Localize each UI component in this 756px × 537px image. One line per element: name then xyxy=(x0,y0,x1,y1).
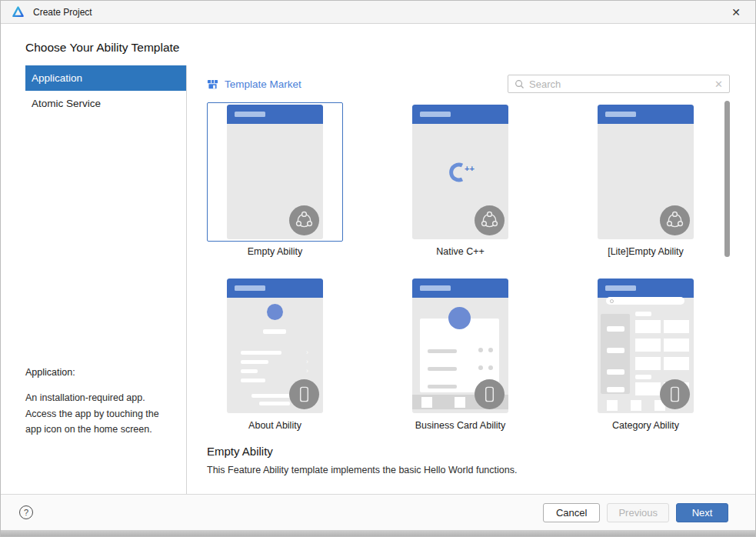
window-bottom-edge xyxy=(1,530,755,536)
info-text: An installation-required app. Access the… xyxy=(25,390,168,438)
card-about-ability[interactable]: › › › › xyxy=(207,276,343,431)
harmony-share-icon xyxy=(475,205,505,235)
cancel-button[interactable]: Cancel xyxy=(543,503,600,522)
template-market-label: Template Market xyxy=(225,78,301,90)
deveco-logo-icon xyxy=(12,5,25,18)
template-description: Empty Ability This Feature Ability templ… xyxy=(187,445,755,475)
title-bar: Create Project ✕ xyxy=(1,1,755,24)
main-topbar: Template Market ✕ xyxy=(207,75,730,93)
footer: ? Cancel Previous Next xyxy=(1,494,755,530)
phone-mockup xyxy=(598,105,694,239)
search-input[interactable] xyxy=(529,78,710,90)
previous-button[interactable]: Previous xyxy=(607,503,669,522)
description-title: Empty Ability xyxy=(207,445,755,458)
phone-mockup xyxy=(227,105,323,239)
scrollbar-thumb[interactable] xyxy=(724,101,730,257)
search-clear-icon[interactable]: ✕ xyxy=(714,79,723,89)
search-box[interactable]: ✕ xyxy=(508,75,730,93)
storefront-icon xyxy=(207,78,218,90)
heading-row: Choose Your Ability Template xyxy=(1,24,755,65)
window-title: Create Project xyxy=(33,7,92,18)
search-icon xyxy=(515,79,525,89)
description-text: This Feature Ability template implements… xyxy=(207,465,755,475)
template-cards: Empty Ability ++ xyxy=(187,102,755,431)
phone-icon xyxy=(289,379,319,409)
sidebar: Application Atomic Service Application: … xyxy=(1,65,187,494)
card-lite-empty-ability[interactable]: [Lite]Empty Ability xyxy=(578,102,714,257)
phone-mockup xyxy=(598,279,694,413)
card-label: [Lite]Empty Ability xyxy=(608,246,684,257)
create-project-dialog: Create Project ✕ Choose Your Ability Tem… xyxy=(0,0,756,537)
card-empty-ability[interactable]: Empty Ability xyxy=(207,102,343,257)
sidebar-info: Application: An installation-required ap… xyxy=(1,367,186,494)
phone-mockup: ++ xyxy=(412,105,508,239)
card-label: Empty Ability xyxy=(248,246,303,257)
card-label: Category Ability xyxy=(612,420,679,431)
main-panel: Template Market ✕ xyxy=(187,65,755,494)
card-label: About Ability xyxy=(248,420,301,431)
sidebar-item-atomic-service[interactable]: Atomic Service xyxy=(25,91,186,116)
card-category-ability[interactable]: Category Ability xyxy=(578,276,714,431)
card-native-cpp[interactable]: ++ xyxy=(392,102,528,257)
sidebar-item-label: Atomic Service xyxy=(32,98,101,109)
card-label: Business Card Ability xyxy=(415,420,505,431)
sidebar-item-application[interactable]: Application xyxy=(25,65,186,91)
svg-text:++: ++ xyxy=(465,164,475,173)
phone-icon xyxy=(660,379,690,409)
info-title: Application: xyxy=(25,367,168,378)
harmony-share-icon xyxy=(660,205,690,235)
cpp-logo-icon: ++ xyxy=(442,160,479,185)
page-title: Choose Your Ability Template xyxy=(1,24,755,55)
card-label: Native C++ xyxy=(436,246,485,257)
close-icon[interactable]: ✕ xyxy=(728,4,744,21)
sidebar-item-label: Application xyxy=(32,72,82,84)
phone-mockup: › › › › xyxy=(227,279,323,413)
harmony-share-icon xyxy=(289,205,319,235)
next-button[interactable]: Next xyxy=(676,503,728,522)
template-market-link[interactable]: Template Market xyxy=(207,78,301,90)
help-icon[interactable]: ? xyxy=(19,505,33,519)
phone-icon xyxy=(475,379,505,409)
phone-mockup xyxy=(412,279,508,413)
card-business-card-ability[interactable]: Business Card Ability xyxy=(392,276,528,431)
